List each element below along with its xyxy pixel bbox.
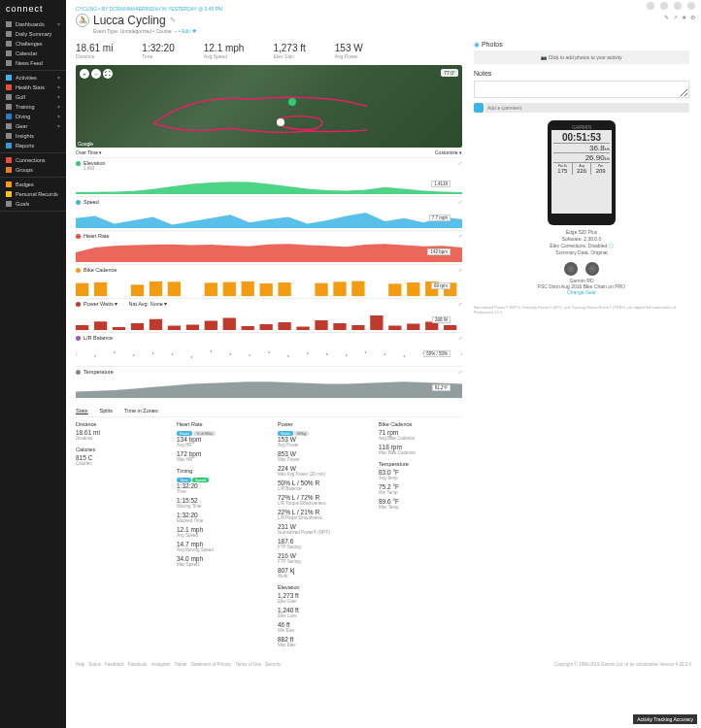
- nav-golf[interactable]: Golf▾: [0, 92, 66, 102]
- comment-input[interactable]: [485, 103, 689, 113]
- footer-link[interactable]: Status: [88, 662, 101, 667]
- settings-icon[interactable]: ⚙: [690, 14, 695, 20]
- summary-icon: [6, 31, 12, 37]
- enable-link[interactable]: ⓘ: [609, 243, 614, 248]
- nav-training[interactable]: Training▾: [0, 102, 66, 112]
- photo-upload[interactable]: 📷 Click to add photos to your activity: [474, 50, 689, 64]
- expand-icon[interactable]: ⤢: [458, 335, 462, 341]
- svg-rect-17: [388, 283, 401, 296]
- breadcrumb: CYCLING • BY DCRAINMAKERINDIA ON YESTERD…: [76, 6, 691, 12]
- device-icon[interactable]: [660, 2, 668, 10]
- footer-link[interactable]: Twitter: [175, 662, 187, 667]
- nav-health-stats[interactable]: Health Stats▾: [0, 83, 66, 92]
- expand-icon[interactable]: ⤢: [458, 301, 462, 307]
- expand-icon[interactable]: ⤢: [458, 267, 462, 273]
- user-avatar: [474, 103, 484, 113]
- top-icons: [647, 2, 695, 10]
- svg-point-54: [307, 352, 309, 354]
- favorite-icon[interactable]: ★: [191, 27, 197, 34]
- change-gear-link[interactable]: Change Gear: [567, 289, 596, 295]
- star-icon[interactable]: ★: [682, 14, 686, 20]
- edit-title-icon[interactable]: ✎: [170, 17, 176, 24]
- edit-link[interactable]: Edit: [182, 28, 190, 34]
- nav-connections[interactable]: Connections: [0, 155, 66, 165]
- trophy-icon: [6, 191, 12, 197]
- footer-link[interactable]: Terms of Use: [235, 662, 261, 667]
- nav-groups[interactable]: Groups: [0, 165, 66, 175]
- svg-rect-32: [278, 322, 290, 330]
- expand-icon[interactable]: ⤢: [458, 160, 462, 166]
- col-cadence: Bike Cadence 71 rpmAvg Bike Cadence 118 …: [379, 421, 462, 650]
- expand-icon[interactable]: ⤢: [458, 233, 462, 239]
- chart-heart rate: Heart Rate ⤢ 142 bpm: [76, 230, 462, 264]
- nav-reports[interactable]: Reports: [0, 141, 66, 150]
- nav-dashboards[interactable]: Dashboards▾: [0, 19, 66, 29]
- cloud-icon[interactable]: [647, 2, 654, 10]
- nav-calendar[interactable]: Calendar: [0, 49, 66, 58]
- tab-stats[interactable]: Stats: [76, 408, 88, 414]
- sensor-2[interactable]: [585, 262, 599, 276]
- activity-header: CYCLING • BY DCRAINMAKERINDIA ON YESTERD…: [66, 0, 701, 39]
- tab-splits[interactable]: Splits: [100, 408, 113, 414]
- activity-actions: ✎ ↗ ★ ⚙: [664, 14, 695, 20]
- nav-challenges[interactable]: Challenges: [0, 39, 66, 49]
- nav-goals[interactable]: Goals: [0, 199, 66, 209]
- svg-point-55: [326, 353, 328, 355]
- device-name: Edge 520 Plus: [474, 229, 689, 236]
- route-path: [76, 65, 367, 148]
- reports-icon: [6, 143, 12, 149]
- edit-icon[interactable]: ✎: [664, 14, 669, 20]
- start-marker: [288, 98, 296, 106]
- tab-time-zones[interactable]: Time in Zones: [124, 408, 158, 414]
- footer-link[interactable]: Facebook: [128, 662, 148, 667]
- sensor-1[interactable]: [564, 262, 578, 276]
- nav-diving[interactable]: Diving▾: [0, 112, 66, 121]
- camera-icon: ◉: [474, 41, 480, 48]
- profile-icon[interactable]: [687, 2, 695, 10]
- svg-rect-34: [315, 320, 327, 330]
- footer: HelpStatusFeedbackFacebookInstagramTwitt…: [66, 658, 701, 671]
- goals-icon: [6, 201, 12, 207]
- nav-badges[interactable]: Badges: [0, 180, 66, 189]
- footer-link[interactable]: Feedback: [105, 662, 124, 667]
- nav-gear[interactable]: Gear▾: [0, 121, 66, 131]
- notes-input[interactable]: [474, 81, 689, 98]
- stat-avg-power: 153 WAvg Power: [335, 43, 363, 59]
- nav-daily-summary[interactable]: Daily Summary: [0, 29, 66, 39]
- nav-insights[interactable]: Insights: [0, 131, 66, 141]
- activity-map[interactable]: + − ⛶ 77.0° Google: [76, 65, 462, 148]
- svg-rect-28: [205, 321, 217, 331]
- footer-link[interactable]: Instagram: [151, 662, 171, 667]
- svg-point-49: [211, 350, 213, 352]
- nav-news-feed[interactable]: News Feed: [0, 58, 66, 68]
- svg-rect-23: [113, 327, 125, 330]
- chart-time-select[interactable]: Over Time ▾: [76, 149, 102, 155]
- expand-icon[interactable]: ⤢: [458, 199, 462, 205]
- nav-activities[interactable]: Activities▾: [0, 73, 66, 83]
- svg-point-44: [114, 351, 116, 353]
- svg-rect-39: [407, 324, 419, 331]
- stat-time: 1:32:20Time: [142, 43, 174, 59]
- footer-link[interactable]: Statement of Privacy: [191, 662, 232, 667]
- svg-rect-30: [242, 326, 254, 330]
- heart-icon: [6, 84, 12, 90]
- training-icon: [6, 104, 12, 110]
- nav-personal-records[interactable]: Personal Records: [0, 189, 66, 199]
- svg-point-59: [404, 355, 406, 357]
- footer-link[interactable]: Help: [76, 662, 84, 667]
- logo: connect: [0, 0, 66, 17]
- svg-rect-11: [278, 282, 290, 296]
- svg-rect-41: [444, 325, 456, 330]
- charts-section: Over Time ▾ Customize ▾ Elevation 1,493 …: [76, 148, 462, 400]
- chart-customize[interactable]: Customize ▾: [435, 149, 462, 155]
- challenges-icon: [6, 41, 12, 47]
- svg-point-42: [76, 353, 77, 355]
- notifications-icon[interactable]: [674, 2, 682, 10]
- disclaimer: Normalized Power® (NP®), Intensity Facto…: [474, 305, 689, 314]
- footer-link[interactable]: Security: [265, 662, 281, 667]
- chart-l/r balance: L/R Balance ⤢ 50% / 50%: [76, 332, 462, 366]
- accuracy-button[interactable]: Activity Tracking Accuracy: [633, 714, 697, 724]
- share-icon[interactable]: ↗: [673, 14, 678, 20]
- expand-icon[interactable]: ⤢: [458, 369, 462, 375]
- detail-stats: Stats Splits Time in Zones Distance 18.6…: [76, 408, 462, 650]
